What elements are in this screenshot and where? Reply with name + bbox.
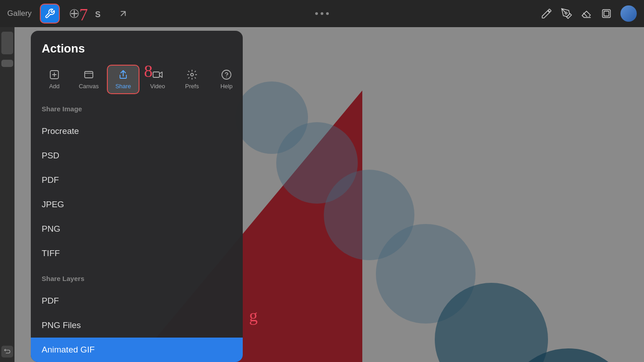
tab-add-label: Add [49, 83, 59, 90]
menu-item-tiff[interactable]: TIFF [31, 241, 243, 266]
undo-button[interactable] [1, 346, 13, 357]
help-tab-icon [221, 69, 232, 80]
share-button[interactable] [113, 4, 133, 24]
side-panel [0, 27, 14, 362]
wrench-icon [44, 8, 55, 19]
svg-text:S: S [95, 10, 101, 19]
undo-icon [4, 348, 11, 355]
menu-item-png[interactable]: PNG [31, 217, 243, 241]
svg-point-9 [222, 70, 231, 79]
svg-rect-7 [153, 72, 159, 77]
menu-item-png-files[interactable]: PNG Files [31, 313, 243, 338]
share-tab-icon [118, 69, 129, 80]
user-avatar[interactable] [620, 5, 637, 22]
smudge-icon: S [93, 8, 104, 19]
actions-panel: Actions Add Canvas Share [31, 31, 243, 362]
side-button-2[interactable] [1, 60, 13, 67]
side-button-1[interactable] [1, 32, 13, 54]
svg-point-8 [191, 73, 193, 76]
tab-canvas-label: Canvas [79, 83, 99, 90]
share-layers-header: Share Layers [31, 266, 243, 289]
menu-item-psd[interactable]: PSD [31, 143, 243, 168]
arrow-icon [118, 9, 128, 19]
tab-prefs-label: Prefs [185, 83, 199, 90]
smudge-button[interactable]: S [89, 4, 109, 24]
add-icon [69, 9, 79, 19]
video-tab-icon [152, 69, 163, 80]
pen-icon[interactable] [561, 8, 572, 19]
tab-help[interactable]: Help [210, 66, 243, 93]
share-image-header: Share Image [31, 105, 243, 119]
actions-button[interactable] [40, 4, 60, 24]
add-button[interactable] [64, 4, 84, 24]
layers-icon[interactable] [601, 8, 612, 19]
tab-prefs[interactable]: Prefs [176, 66, 208, 93]
eraser-icon[interactable] [581, 8, 592, 19]
tab-video[interactable]: Video [141, 66, 174, 93]
actions-title: Actions [31, 42, 243, 65]
menu-item-pdf-layers[interactable]: PDF [31, 289, 243, 313]
menu-item-procreate[interactable]: Procreate [31, 119, 243, 143]
svg-rect-6 [85, 71, 93, 78]
svg-point-10 [226, 77, 227, 77]
tab-help-label: Help [221, 83, 233, 90]
tab-add[interactable]: Add [38, 66, 71, 93]
prefs-tab-icon [187, 69, 197, 80]
tab-share[interactable]: Share [107, 65, 139, 94]
toolbar: Gallery S [0, 0, 644, 27]
tab-share-label: Share [115, 83, 131, 90]
menu-item-pdf-image[interactable]: PDF [31, 168, 243, 192]
brush-icon[interactable] [541, 8, 553, 19]
canvas-tab-icon [83, 69, 94, 80]
menu-item-jpeg[interactable]: JPEG [31, 192, 243, 217]
tab-canvas[interactable]: Canvas [72, 66, 105, 93]
actions-tabs: Add Canvas Share Video [31, 65, 243, 94]
svg-point-2 [565, 12, 567, 14]
gallery-button[interactable]: Gallery [7, 9, 32, 18]
tab-video-label: Video [150, 83, 165, 90]
menu-item-animated-gif[interactable]: Animated GIF [31, 338, 243, 362]
add-tab-icon [49, 69, 60, 80]
svg-rect-4 [604, 11, 609, 16]
